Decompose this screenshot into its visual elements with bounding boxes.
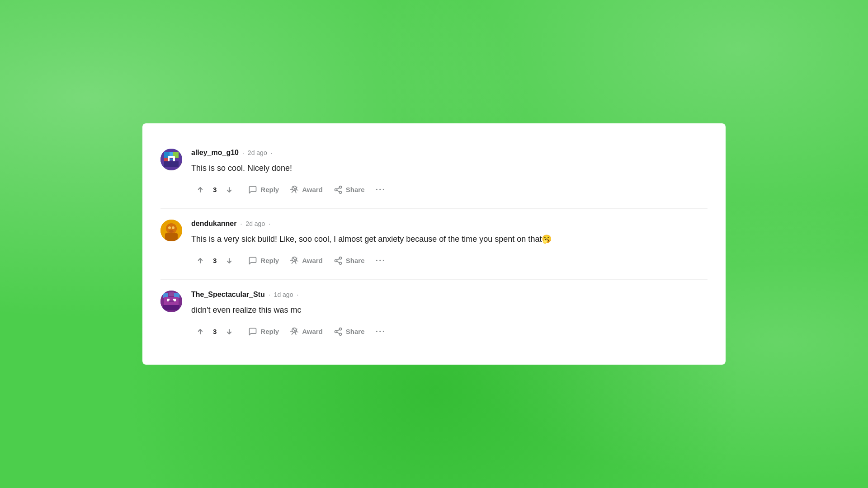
- share-icon: [334, 327, 343, 336]
- svg-point-21: [172, 226, 175, 229]
- reply-button[interactable]: Reply: [244, 324, 283, 339]
- downvote-button[interactable]: [220, 253, 238, 268]
- downvote-button[interactable]: [220, 324, 238, 339]
- share-button[interactable]: Share: [329, 253, 369, 268]
- vote-group: 3: [191, 324, 238, 339]
- timestamp: 1d ago: [274, 291, 293, 298]
- reply-icon: [248, 185, 257, 194]
- vote-count: 3: [213, 257, 217, 264]
- comment-actions: 3 Reply: [191, 253, 708, 268]
- svg-line-31: [337, 258, 340, 260]
- upvote-icon: [196, 185, 205, 194]
- comment-actions: 3 Reply: [191, 182, 708, 197]
- vote-group: 3: [191, 253, 238, 268]
- svg-rect-23: [165, 233, 178, 241]
- svg-line-47: [337, 332, 340, 333]
- comment-item: The_Spectacular_Stu · 1d ago · didn't ev…: [160, 280, 708, 350]
- avatar: [160, 220, 182, 241]
- award-button[interactable]: Award: [285, 324, 327, 339]
- more-options-button[interactable]: ···: [371, 253, 390, 268]
- award-button[interactable]: Award: [285, 253, 327, 268]
- svg-line-30: [337, 261, 340, 263]
- comment-header: alley_mo_g10 · 2d ago ·: [191, 149, 708, 157]
- comment-header: dendukanner · 2d ago ·: [191, 220, 708, 228]
- upvote-icon: [196, 327, 205, 336]
- upvote-button[interactable]: [191, 183, 209, 197]
- upvote-button[interactable]: [191, 253, 209, 268]
- upvote-button[interactable]: [191, 324, 209, 339]
- share-icon: [334, 185, 343, 194]
- reply-button[interactable]: Reply: [244, 183, 283, 197]
- avatar: [160, 291, 182, 312]
- svg-point-8: [171, 159, 173, 160]
- svg-line-16: [337, 190, 340, 192]
- share-button[interactable]: Share: [329, 183, 369, 197]
- downvote-icon: [225, 256, 234, 265]
- comment-header: The_Spectacular_Stu · 1d ago ·: [191, 291, 708, 299]
- more-options-button[interactable]: ···: [371, 182, 390, 197]
- comment-body: alley_mo_g10 · 2d ago · This is so cool.…: [191, 149, 708, 197]
- reply-button[interactable]: Reply: [244, 253, 283, 268]
- downvote-icon: [225, 327, 234, 336]
- avatar: [160, 149, 182, 170]
- svg-rect-39: [169, 300, 174, 302]
- comments-card: alley_mo_g10 · 2d ago · This is so cool.…: [142, 123, 726, 365]
- downvote-icon: [225, 185, 234, 194]
- share-button[interactable]: Share: [329, 324, 369, 339]
- comment-text: This is a very sick build! Like, soo coo…: [191, 233, 708, 245]
- svg-rect-40: [163, 305, 179, 310]
- comment-body: The_Spectacular_Stu · 1d ago · didn't ev…: [191, 291, 708, 339]
- username: The_Spectacular_Stu: [191, 291, 265, 299]
- svg-point-22: [169, 230, 174, 233]
- comment-actions: 3 Reply: [191, 324, 708, 339]
- vote-group: 3: [191, 183, 238, 197]
- svg-line-48: [337, 329, 340, 331]
- share-icon: [334, 256, 343, 265]
- award-icon: [290, 327, 299, 336]
- timestamp: 2d ago: [248, 149, 267, 156]
- comment-text: This is so cool. Nicely done!: [191, 162, 708, 174]
- reply-icon: [248, 327, 257, 336]
- svg-point-20: [168, 226, 171, 229]
- svg-rect-34: [169, 292, 174, 296]
- vote-count: 3: [213, 186, 217, 193]
- svg-rect-2: [170, 152, 173, 156]
- award-button[interactable]: Award: [285, 183, 327, 197]
- reply-icon: [248, 256, 257, 265]
- timestamp: 2d ago: [245, 220, 265, 227]
- award-icon: [290, 185, 299, 194]
- username: alley_mo_g10: [191, 149, 239, 157]
- svg-rect-9: [164, 161, 179, 167]
- comment-body: dendukanner · 2d ago · This is a very si…: [191, 220, 708, 268]
- username: dendukanner: [191, 220, 236, 228]
- award-icon: [290, 256, 299, 265]
- downvote-button[interactable]: [220, 183, 238, 197]
- comment-text: didn't even realize this was mc: [191, 304, 708, 316]
- svg-rect-4: [164, 158, 168, 161]
- more-options-button[interactable]: ···: [371, 324, 390, 339]
- comment-item: dendukanner · 2d ago · This is a very si…: [160, 209, 708, 280]
- comment-item: alley_mo_g10 · 2d ago · This is so cool.…: [160, 138, 708, 209]
- upvote-icon: [196, 256, 205, 265]
- svg-point-7: [170, 159, 171, 160]
- vote-count: 3: [213, 328, 217, 335]
- svg-line-17: [337, 188, 340, 189]
